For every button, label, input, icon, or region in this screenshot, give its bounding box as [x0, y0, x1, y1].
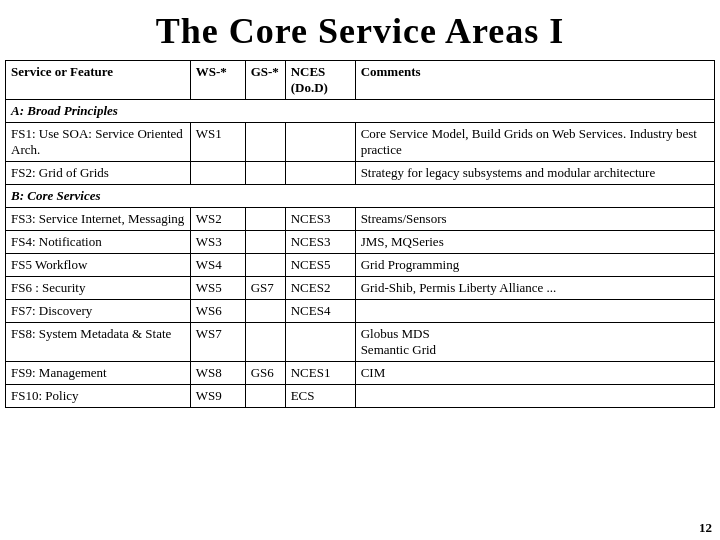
cell-gs	[245, 208, 285, 231]
cell-comments	[355, 385, 714, 408]
table-row: FS3: Service Internet, MessagingWS2NCES3…	[6, 208, 715, 231]
cell-service: FS4: Notification	[6, 231, 191, 254]
cell-ws: WS5	[190, 277, 245, 300]
section-label: B: Core Services	[6, 185, 715, 208]
cell-nces: NCES3	[285, 208, 355, 231]
cell-service: FS8: System Metadata & State	[6, 323, 191, 362]
cell-ws: WS1	[190, 123, 245, 162]
cell-comments: Streams/Sensors	[355, 208, 714, 231]
cell-comments: Grid-Shib, Permis Liberty Alliance ...	[355, 277, 714, 300]
cell-comments: Strategy for legacy subsystems and modul…	[355, 162, 714, 185]
cell-comments	[355, 300, 714, 323]
header-service: Service or Feature	[6, 61, 191, 100]
cell-gs: GS6	[245, 362, 285, 385]
table-row: FS2: Grid of GridsStrategy for legacy su…	[6, 162, 715, 185]
cell-service: FS5 Workflow	[6, 254, 191, 277]
header-nces: NCES (Do.D)	[285, 61, 355, 100]
cell-ws: WS2	[190, 208, 245, 231]
cell-gs: GS7	[245, 277, 285, 300]
cell-nces: NCES1	[285, 362, 355, 385]
cell-ws: WS3	[190, 231, 245, 254]
cell-ws: WS6	[190, 300, 245, 323]
cell-service: FS6 : Security	[6, 277, 191, 300]
main-table: Service or Feature WS-* GS-* NCES (Do.D)…	[5, 60, 715, 408]
cell-comments: Grid Programming	[355, 254, 714, 277]
cell-gs	[245, 123, 285, 162]
page-title: The Core Service Areas I	[0, 0, 720, 60]
cell-ws: WS8	[190, 362, 245, 385]
cell-gs	[245, 385, 285, 408]
cell-gs	[245, 162, 285, 185]
cell-nces: NCES2	[285, 277, 355, 300]
cell-ws: WS9	[190, 385, 245, 408]
cell-comments: CIM	[355, 362, 714, 385]
table-row: FS10: PolicyWS9ECS	[6, 385, 715, 408]
table-row: FS4: NotificationWS3NCES3JMS, MQSeries	[6, 231, 715, 254]
cell-comments: Core Service Model, Build Grids on Web S…	[355, 123, 714, 162]
cell-ws	[190, 162, 245, 185]
cell-gs	[245, 323, 285, 362]
table-row: FS9: ManagementWS8GS6NCES1CIM	[6, 362, 715, 385]
cell-service: FS10: Policy	[6, 385, 191, 408]
cell-service: FS9: Management	[6, 362, 191, 385]
section-row: A: Broad Principles	[6, 100, 715, 123]
cell-nces: ECS	[285, 385, 355, 408]
page-number: 12	[699, 520, 712, 536]
cell-service: FS7: Discovery	[6, 300, 191, 323]
cell-nces: NCES5	[285, 254, 355, 277]
cell-service: FS3: Service Internet, Messaging	[6, 208, 191, 231]
cell-nces: NCES3	[285, 231, 355, 254]
cell-comments: JMS, MQSeries	[355, 231, 714, 254]
cell-nces	[285, 162, 355, 185]
table-row: FS5 WorkflowWS4NCES5Grid Programming	[6, 254, 715, 277]
header-comments: Comments	[355, 61, 714, 100]
cell-nces	[285, 323, 355, 362]
cell-ws: WS4	[190, 254, 245, 277]
table-row: FS7: DiscoveryWS6NCES4	[6, 300, 715, 323]
cell-nces: NCES4	[285, 300, 355, 323]
header-gs: GS-*	[245, 61, 285, 100]
table-row: FS8: System Metadata & StateWS7Globus MD…	[6, 323, 715, 362]
cell-gs	[245, 254, 285, 277]
header-ws: WS-*	[190, 61, 245, 100]
cell-gs	[245, 300, 285, 323]
cell-service: FS1: Use SOA: Service Oriented Arch.	[6, 123, 191, 162]
cell-service: FS2: Grid of Grids	[6, 162, 191, 185]
table-header: Service or Feature WS-* GS-* NCES (Do.D)…	[6, 61, 715, 100]
cell-ws: WS7	[190, 323, 245, 362]
section-label: A: Broad Principles	[6, 100, 715, 123]
table-row: FS1: Use SOA: Service Oriented Arch.WS1C…	[6, 123, 715, 162]
section-row: B: Core Services	[6, 185, 715, 208]
cell-nces	[285, 123, 355, 162]
cell-comments: Globus MDSSemantic Grid	[355, 323, 714, 362]
cell-gs	[245, 231, 285, 254]
table-row: FS6 : SecurityWS5GS7NCES2Grid-Shib, Perm…	[6, 277, 715, 300]
